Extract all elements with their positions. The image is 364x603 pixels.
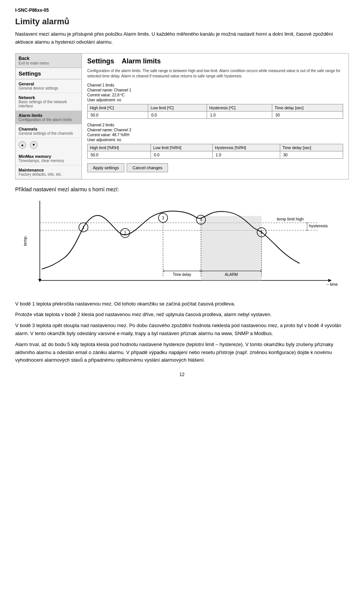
sidebar-item-general-title: General [19,82,78,86]
time-arrow: → [325,282,329,287]
arrow-down[interactable]: ▼ [30,141,38,149]
ch2-val-high[interactable]: 50.0 [88,151,151,158]
ch1-val-high[interactable]: 50.0 [88,111,148,118]
main-settings-label: Settings [87,57,114,65]
sidebar-item-maintenance-title: Maintenance [19,168,78,172]
button-row: Apply settings Cancel changes [87,163,343,172]
page-number: 12 [15,372,349,377]
ch1-col-low: Low limit [ºC] [148,104,207,111]
main-alarm-limits-label: Alarm limits [122,57,161,65]
point-4-label: 4 [200,218,202,222]
sidebar-item-alarm-limits-sub: Configuration of the alarm limits [19,118,78,122]
sidebar-item-channels-sub: General settings of the channels [19,131,78,135]
temp-limit-high-label: temp limit high [277,217,304,221]
main-header: Settings Alarm limits [87,57,343,65]
channel1-block: Channel 1 limits Channel name: Channel 1… [87,83,343,119]
ch1-val-delay[interactable]: 30 [272,111,343,118]
channel2-block: Channel 2 limits Channel name: Channel 2… [87,123,343,159]
sidebar-item-maintenance-sub: Factory defaults, info, etc. [19,172,78,176]
section-title: Limity alarmů [15,17,349,27]
ch2-col-delay: Time delay [sec] [280,144,343,151]
y-axis-label: temp. [23,235,27,246]
point-3-label: 3 [162,216,164,220]
intro-paragraph: Nastavení mezí alarmu je přístupné přes … [15,30,349,46]
sidebar-item-general-sub: General device settings [19,86,78,90]
back-button[interactable]: Back Exit to main menu [16,54,82,68]
x-axis-label: time [330,282,338,287]
channel1-table: High limit [ºC] Low limit [ºC] Hysteresi… [87,104,343,119]
sidebar: Back Exit to main menu Settings General … [16,54,82,179]
channel1-row: 50.0 0.0 1.0 30 [88,111,343,118]
channel1-useradj: User adjustment: no [87,98,343,102]
sidebar-item-minmax[interactable]: MinMax memory Timestamps, clear memory [16,152,82,165]
apply-settings-button[interactable]: Apply settings [87,163,124,172]
channel2-current: Current value: 48.7 %RH [87,132,343,137]
channel2-name: Channel name: Channel 2 [87,128,343,132]
ch1-col-hyst: Hysteresis [ºC] [207,104,272,111]
time-delay-label: Time delay [173,272,191,277]
ch2-val-hyst[interactable]: 1.0 [212,151,280,158]
alarm-label: ALARM [225,272,238,277]
channel1-heading: Channel 1 limits [87,83,343,88]
sidebar-item-channels-title: Channels [19,127,78,131]
channel2-row: 50.0 0.0 1.0 30 [88,151,343,158]
ch2-val-low[interactable]: 0.0 [151,151,213,158]
document-id: I-SNC-P86xx-05 [15,8,349,13]
sidebar-item-network-sub: Basic settings of the network interface [19,100,78,108]
body-paragraph-2: Protože však teplota v bodě 2 klesla pod… [15,311,349,319]
channel1-info: Channel 1 limits Channel name: Channel 1… [87,83,343,102]
channel2-useradj: User adjustment: no [87,137,343,142]
channel1-current: Current value: 22.8 ºC [87,93,343,98]
ch1-col-high: High limit [ºC] [88,104,148,111]
sidebar-item-network-title: Network [19,95,78,100]
body-paragraph-3: V bodě 3 teplota opět stoupla nad nastav… [15,322,349,338]
body-paragraph-4: Alarm trval, až do bodu 5 kdy teplota kl… [15,341,349,364]
ch1-val-low[interactable]: 0.0 [148,111,207,118]
back-sub: Exit to main menu [19,61,78,65]
point-2-label: 2 [124,231,126,235]
chart-wrapper: temp. time → temp limit high hysteresis [19,197,345,296]
cancel-changes-button[interactable]: Cancel changes [127,163,168,172]
chart-title: Příklad nastavení mezí alarmu s horní me… [15,186,349,192]
back-title: Back [19,56,78,61]
ch1-val-hyst[interactable]: 1.0 [207,111,272,118]
alarm-description: Configuration of the alarm limits. The s… [87,68,343,79]
sidebar-settings-label: Settings [16,68,82,79]
sidebar-item-general[interactable]: General General device settings [16,79,82,93]
sidebar-item-minmax-sub: Timestamps, clear memory [19,159,78,163]
sidebar-item-alarm-limits[interactable]: Alarm limits Configuration of the alarm … [16,111,82,124]
point-1-label: 1 [82,225,85,230]
chart-svg: temp. time → temp limit high hysteresis [19,197,345,296]
sidebar-item-network[interactable]: Network Basic settings of the network in… [16,93,82,111]
ch2-col-low: Low limit [%RH] [151,144,213,151]
sidebar-item-maintenance[interactable]: Maintenance Factory defaults, info, etc. [16,165,82,179]
sidebar-arrows: ▲ ▼ [16,138,82,152]
body-paragraph-1: V bodě 1 teplota překročila nastavenou m… [15,300,349,308]
chart-section: Příklad nastavení mezí alarmu s horní me… [15,186,349,296]
ch1-col-delay: Time delay [sec] [272,104,343,111]
sidebar-item-channels[interactable]: Channels General settings of the channel… [16,124,82,138]
channel2-heading: Channel 2 limits [87,123,343,128]
ch2-col-high: High limit [%RH] [88,144,151,151]
channel2-info: Channel 2 limits Channel name: Channel 2… [87,123,343,142]
ch2-col-hyst: Hysteresis [%RH] [212,144,280,151]
sidebar-item-alarm-limits-title: Alarm limits [19,113,78,118]
settings-panel: Back Exit to main menu Settings General … [15,53,349,179]
hysteresis-label: hysteresis [309,224,328,228]
arrow-up[interactable]: ▲ [19,141,26,149]
channel2-table: High limit [%RH] Low limit [%RH] Hystere… [87,144,343,159]
ch2-val-delay[interactable]: 30 [280,151,343,158]
sidebar-item-minmax-title: MinMax memory [19,154,78,159]
main-content: Settings Alarm limits Configuration of t… [82,54,348,179]
channel1-name: Channel name: Channel 1 [87,88,343,93]
